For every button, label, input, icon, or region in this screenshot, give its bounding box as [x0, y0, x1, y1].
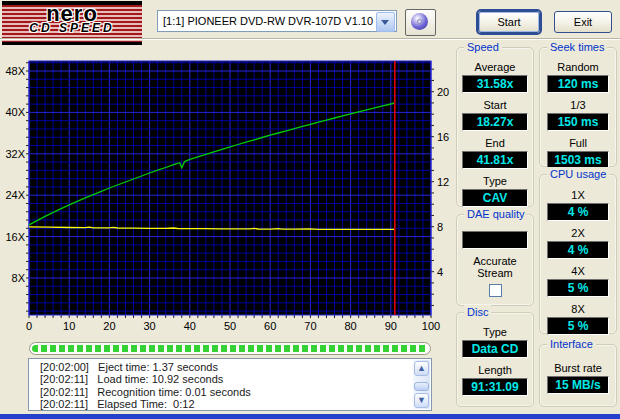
panel-disc: Disc Type Data CD Length 91:31.09: [456, 312, 534, 407]
panel-dae-quality-title: DAE quality: [464, 207, 527, 221]
panel-speed: Speed Average 31.58x Start 18.27x End 41…: [456, 47, 534, 207]
disc-length-label: Length: [478, 364, 512, 376]
svg-text:100: 100: [422, 320, 440, 332]
accurate-stream-checkbox[interactable]: [489, 284, 502, 297]
exit-button[interactable]: Exit: [554, 11, 612, 33]
start-button[interactable]: Start: [478, 11, 540, 33]
log-row: [20:02:11] Load time: 10.92 seconds: [29, 373, 413, 385]
test-progress-bar: [29, 342, 431, 355]
burst-rate-label: Burst rate: [554, 362, 602, 374]
panel-cpu-usage: CPU usage 1X 4 % 2X 4 % 4X 5 % 8X 5 %: [539, 174, 617, 334]
log-row: [20:02:11] Recognition time: 0.01 second…: [29, 386, 413, 398]
svg-text:48X: 48X: [5, 65, 25, 77]
panel-seek-times: Seek times Random 120 ms 1/3 150 ms Full…: [539, 47, 617, 167]
disc-type-value: Data CD: [462, 340, 528, 358]
cpu-4x-label: 4X: [571, 265, 584, 277]
svg-text:10: 10: [63, 320, 75, 332]
drive-selector-dropdown[interactable]: [1:1] PIONEER DVD-RW DVR-107D V1.10: [157, 10, 397, 32]
cpu-8x-value: 5 %: [547, 317, 609, 335]
svg-text:8: 8: [437, 221, 443, 233]
panel-interface-title: Interface: [547, 337, 596, 351]
logo-nero-text: nero: [2, 5, 142, 22]
test-progress-fill: [32, 345, 428, 352]
speed-start-value: 18.27x: [462, 113, 528, 131]
svg-text:40: 40: [184, 320, 196, 332]
speed-type-label: Type: [483, 175, 507, 187]
svg-text:40X: 40X: [5, 106, 25, 118]
cpu-1x-label: 1X: [571, 189, 584, 201]
disc-length-value: 91:31.09: [462, 378, 528, 396]
svg-text:60: 60: [264, 320, 276, 332]
scrollbar-thumb[interactable]: [414, 382, 429, 391]
speed-chart: 48X40X32X24X16X8X20161284010203040506070…: [0, 40, 452, 340]
svg-text:16: 16: [437, 131, 449, 143]
svg-text:8X: 8X: [12, 272, 26, 284]
panel-disc-title: Disc: [464, 305, 491, 319]
panel-dae-quality: DAE quality Accurate Stream: [456, 214, 534, 306]
speed-average-label: Average: [475, 61, 516, 73]
seek-full-label: Full: [569, 137, 587, 149]
speed-type-value: CAV: [462, 189, 528, 207]
svg-text:20: 20: [437, 86, 449, 98]
cpu-2x-value: 4 %: [547, 241, 609, 259]
seek-third-value: 150 ms: [547, 113, 609, 131]
svg-text:0: 0: [26, 320, 32, 332]
cpu-8x-label: 8X: [571, 303, 584, 315]
speed-average-value: 31.58x: [462, 75, 528, 93]
panel-seek-times-title: Seek times: [547, 40, 607, 54]
svg-text:32X: 32X: [5, 148, 25, 160]
window-bottom-edge: [0, 414, 620, 419]
dropdown-arrow-icon[interactable]: [376, 12, 395, 32]
seek-third-label: 1/3: [570, 99, 585, 111]
svg-text:4: 4: [437, 266, 443, 278]
panel-interface: Interface Burst rate 15 MB/s: [539, 344, 617, 407]
svg-text:70: 70: [304, 320, 316, 332]
nero-cd-speed-window: nero CD SPEED [1:1] PIONEER DVD-RW DVR-1…: [0, 0, 620, 419]
svg-text:16X: 16X: [5, 231, 25, 243]
seek-random-label: Random: [557, 61, 599, 73]
seek-random-value: 120 ms: [547, 75, 609, 93]
cpu-2x-label: 2X: [571, 227, 584, 239]
speed-end-value: 41.81x: [462, 151, 528, 169]
scroll-up-icon[interactable]: ▲: [414, 361, 429, 376]
svg-text:80: 80: [344, 320, 356, 332]
logo-cdspeed-text: CD SPEED: [2, 22, 142, 34]
speed-start-label: Start: [483, 99, 506, 111]
scroll-down-icon[interactable]: ▼: [414, 393, 429, 408]
svg-text:24X: 24X: [5, 189, 25, 201]
svg-text:20: 20: [103, 320, 115, 332]
svg-text:90: 90: [385, 320, 397, 332]
burst-rate-value: 15 MB/s: [547, 376, 609, 394]
cd-disc-icon: [411, 13, 428, 30]
dae-quality-value: [462, 231, 528, 249]
accurate-stream-label-line2: Stream: [477, 267, 512, 279]
svg-text:50: 50: [224, 320, 236, 332]
log-listbox[interactable]: [20:02:00] Eject time: 1.37 seconds [20:…: [28, 358, 432, 411]
svg-text:12: 12: [437, 176, 449, 188]
cpu-4x-value: 5 %: [547, 279, 609, 297]
panel-speed-title: Speed: [464, 40, 502, 54]
log-row: [20:02:11] Elapsed Time: 0:12: [29, 398, 413, 410]
log-scrollbar[interactable]: ▲ ▼: [413, 360, 430, 409]
disc-info-button[interactable]: [405, 9, 436, 36]
speed-end-label: End: [485, 137, 505, 149]
drive-selector-value: [1:1] PIONEER DVD-RW DVR-107D V1.10: [163, 15, 373, 27]
log-row: [20:02:00] Eject time: 1.37 seconds: [29, 361, 413, 373]
accurate-stream-label-line1: Accurate: [473, 255, 516, 267]
disc-type-label: Type: [483, 326, 507, 338]
svg-text:30: 30: [143, 320, 155, 332]
cpu-1x-value: 4 %: [547, 203, 609, 221]
panel-cpu-usage-title: CPU usage: [547, 167, 609, 181]
